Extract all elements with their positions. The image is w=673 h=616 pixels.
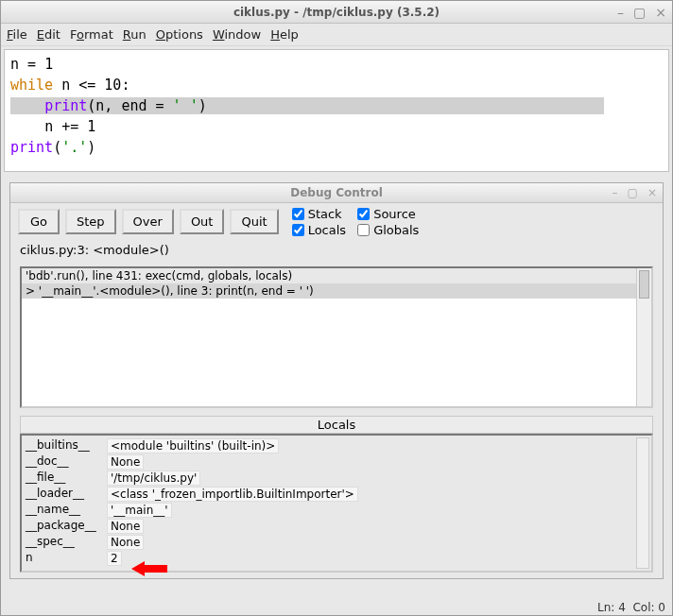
debug-toolbar: Go Step Over Out Quit Stack Source Local… bbox=[10, 203, 663, 241]
stack-frame[interactable]: > '__main__'.<module>(), line 3: print(n… bbox=[22, 283, 651, 299]
maximize-icon[interactable]: ▢ bbox=[633, 5, 646, 20]
menu-edit[interactable]: Edit bbox=[37, 27, 60, 42]
statusbar: Ln: 4 Col: 0 bbox=[597, 601, 665, 614]
scrollbar-thumb[interactable] bbox=[639, 270, 649, 299]
code-string: '.' bbox=[61, 139, 87, 156]
go-button[interactable]: Go bbox=[18, 209, 60, 234]
highlighted-line: print(n, end = ' ') bbox=[10, 97, 604, 114]
locals-row: __loader__<class '_frozen_importlib.Buil… bbox=[26, 487, 647, 502]
minimize-icon[interactable]: – bbox=[617, 5, 624, 20]
stack-checkbox[interactable]: Stack bbox=[292, 207, 346, 221]
menu-file[interactable]: File bbox=[7, 27, 27, 42]
over-button[interactable]: Over bbox=[122, 209, 174, 234]
stack-frame[interactable]: 'bdb'.run(), line 431: exec(cmd, globals… bbox=[22, 268, 651, 283]
main-window: ciklus.py - /tmp/ciklus.py (3.5.2) – ▢ ×… bbox=[0, 0, 673, 616]
code-text: 10 bbox=[104, 77, 121, 94]
titlebar: ciklus.py - /tmp/ciklus.py (3.5.2) – ▢ × bbox=[1, 1, 672, 24]
locals-row: __spec__None bbox=[26, 535, 647, 550]
globals-checkbox[interactable]: Globals bbox=[357, 223, 419, 237]
locals-panel[interactable]: __builtins__<module 'builtins' (built-in… bbox=[20, 434, 653, 573]
out-button[interactable]: Out bbox=[180, 209, 225, 234]
locals-checkbox[interactable]: Locals bbox=[292, 223, 346, 237]
code-builtin: print bbox=[44, 97, 87, 114]
debug-control-window: Debug Control – ▢ × Go Step Over Out Qui… bbox=[9, 182, 664, 579]
code-keyword: while bbox=[10, 77, 53, 94]
locals-header: Locals bbox=[20, 416, 653, 434]
source-checkbox[interactable]: Source bbox=[357, 207, 419, 221]
window-title: ciklus.py - /tmp/ciklus.py (3.5.2) bbox=[1, 6, 672, 19]
code-text: 1 bbox=[44, 56, 53, 73]
scrollbar[interactable] bbox=[636, 268, 651, 406]
code-text: n <= bbox=[53, 77, 104, 94]
menu-options[interactable]: Options bbox=[156, 27, 203, 42]
debug-title: Debug Control bbox=[10, 186, 663, 199]
locals-row: __package__None bbox=[26, 519, 647, 534]
minimize-icon[interactable]: – bbox=[613, 186, 618, 199]
locals-row-n: n2 bbox=[26, 551, 647, 566]
stack-panel[interactable]: 'bdb'.run(), line 431: exec(cmd, globals… bbox=[20, 266, 653, 408]
code-builtin: print bbox=[10, 139, 53, 156]
debug-view-options: Stack Source Locals Globals bbox=[292, 207, 420, 237]
locals-row: __file__'/tmp/ciklus.py' bbox=[26, 471, 647, 486]
scrollbar[interactable] bbox=[636, 437, 649, 569]
debug-status: ciklus.py:3: <module>() bbox=[10, 241, 663, 263]
menu-help[interactable]: Help bbox=[270, 27, 299, 42]
code-string: ' ' bbox=[173, 97, 198, 114]
locals-row: __builtins__<module 'builtins' (built-in… bbox=[26, 438, 647, 453]
code-text: n = bbox=[10, 56, 44, 73]
menu-run[interactable]: Run bbox=[123, 27, 147, 42]
code-text: : bbox=[121, 77, 129, 94]
menu-window[interactable]: Window bbox=[213, 27, 261, 42]
close-icon[interactable]: × bbox=[647, 186, 657, 199]
debug-titlebar: Debug Control – ▢ × bbox=[10, 183, 663, 203]
menubar: File Edit Format Run Options Window Help bbox=[1, 24, 672, 46]
code-editor[interactable]: n = 1 while n <= 10: print(n, end = ' ')… bbox=[4, 49, 669, 172]
code-text: 1 bbox=[87, 118, 95, 135]
quit-button[interactable]: Quit bbox=[230, 209, 278, 234]
close-icon[interactable]: × bbox=[655, 5, 666, 20]
line-indicator: Ln: 4 bbox=[597, 601, 626, 614]
step-button[interactable]: Step bbox=[65, 209, 116, 234]
debug-window-controls: – ▢ × bbox=[613, 186, 657, 199]
locals-row: __name__'__main__' bbox=[26, 503, 647, 518]
window-controls: – ▢ × bbox=[617, 5, 666, 20]
col-indicator: Col: 0 bbox=[632, 601, 665, 614]
code-text: n += bbox=[44, 118, 87, 135]
menu-format[interactable]: Format bbox=[70, 27, 113, 42]
locals-row: __doc__None bbox=[26, 454, 647, 470]
maximize-icon[interactable]: ▢ bbox=[628, 186, 638, 199]
